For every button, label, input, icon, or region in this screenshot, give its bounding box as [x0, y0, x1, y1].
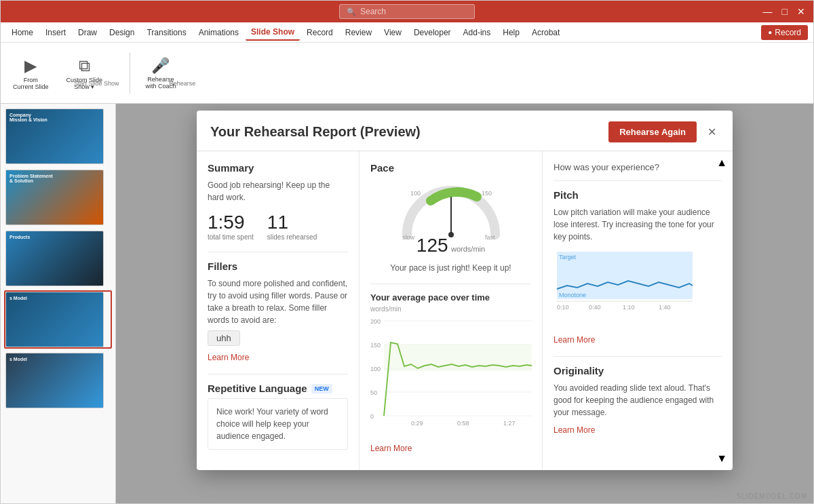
menu-draw[interactable]: Draw	[73, 25, 102, 40]
originality-description: You avoided reading slide text aloud. Th…	[554, 382, 722, 419]
pace-value: 125	[416, 235, 448, 256]
menu-developer[interactable]: Developer	[408, 25, 457, 40]
menu-slideshow[interactable]: Slide Show	[246, 24, 300, 41]
avg-pace-title: Your average pace over time	[370, 292, 531, 303]
slide-thumb-3[interactable]: 3 Products	[4, 229, 112, 288]
menu-design[interactable]: Design	[104, 25, 140, 40]
close-btn[interactable]: ✕	[794, 6, 808, 17]
total-time-stat: 1:59 total time spent	[208, 212, 254, 241]
scroll-down-btn[interactable]: ▼	[716, 452, 727, 465]
slide-thumb-5[interactable]: 5 s Model	[4, 351, 112, 410]
summary-title: Summary	[208, 162, 348, 174]
menu-view[interactable]: View	[379, 25, 407, 40]
pace-message: Your pace is just right! Keep it up!	[370, 263, 531, 273]
modal-overlay: Your Rehearsal Report (Preview) Rehearse…	[116, 104, 813, 503]
slide-thumb-4[interactable]: 4 s Model	[4, 290, 112, 349]
svg-text:200: 200	[370, 318, 381, 325]
new-badge: NEW	[311, 384, 332, 393]
menu-insert[interactable]: Insert	[40, 25, 71, 40]
menu-help[interactable]: Help	[497, 25, 525, 40]
menu-review[interactable]: Review	[340, 25, 377, 40]
svg-text:0:40: 0:40	[589, 304, 601, 311]
main-area: 1 CompanyMission & Vision 2 Problem Stat…	[1, 104, 813, 503]
svg-text:50: 50	[370, 389, 377, 396]
divider-3	[370, 284, 531, 284]
slide-panel: 1 CompanyMission & Vision 2 Problem Stat…	[1, 104, 116, 503]
svg-text:100: 100	[370, 366, 381, 372]
record-button[interactable]: ● Record	[761, 25, 808, 40]
pitch-learn-more[interactable]: Learn More	[554, 335, 595, 345]
pace-title: Pace	[370, 162, 531, 174]
svg-text:0: 0	[370, 413, 374, 420]
originality-learn-more[interactable]: Learn More	[554, 425, 595, 435]
modal-left-column: Summary Good job rehearsing! Keep up the…	[197, 151, 360, 470]
modal-right-column: ▲ How was your experience? Pitch Low pit…	[543, 151, 733, 470]
repetitive-title: Repetitive Language	[208, 383, 307, 394]
slide-thumb-2[interactable]: 2 Problem Statement& Solution	[4, 168, 112, 227]
divider-5	[554, 356, 722, 357]
menu-transitions[interactable]: Transitions	[141, 25, 191, 40]
pitch-chart-svg: Target Monotone 0:10	[554, 248, 696, 323]
canvas-area: Your Rehearsal Report (Preview) Rehearse…	[116, 104, 813, 503]
slide-3-preview: Products	[5, 231, 104, 286]
svg-text:Target: Target	[559, 254, 577, 260]
summary-stats: 1:59 total time spent 11 slides rehearse…	[208, 212, 348, 241]
slide-2-preview: Problem Statement& Solution	[5, 170, 104, 225]
svg-text:0:29: 0:29	[411, 420, 423, 427]
fillers-title: Fillers	[208, 260, 348, 272]
menu-record[interactable]: Record	[301, 25, 338, 40]
from-current-label: FromCurrent Slide	[13, 77, 49, 90]
pace-gauge: slow fast 100 150 125 words/min	[370, 180, 531, 256]
menu-acrobat[interactable]: Acrobat	[526, 25, 565, 40]
divider-1	[208, 252, 348, 252]
scroll-up-btn[interactable]: ▲	[716, 157, 727, 169]
search-icon: 🔍	[347, 7, 356, 16]
menu-addins[interactable]: Add-ins	[458, 25, 497, 40]
modal-middle-column: Pace	[360, 151, 543, 470]
modal-body: Summary Good job rehearsing! Keep up the…	[197, 151, 733, 470]
minimize-btn[interactable]: —	[760, 6, 775, 17]
avg-pace-section: Your average pace over time words/min 20…	[370, 292, 531, 454]
svg-rect-13	[384, 345, 532, 371]
menu-animations[interactable]: Animations	[193, 25, 244, 40]
avg-pace-learn-more[interactable]: Learn More	[370, 444, 412, 453]
ribbon-custom-show[interactable]: ⧉ Custom SlideShow ▾	[61, 54, 109, 93]
svg-text:fast: fast	[485, 234, 495, 241]
modal-header-right: Rehearse Again ✕	[608, 121, 719, 142]
repetitive-card: Nice work! Your variety of word choice w…	[208, 398, 348, 450]
pace-gauge-svg: slow fast 100 150	[397, 180, 505, 241]
svg-text:150: 150	[482, 190, 492, 197]
pitch-section: Pitch Low pitch variation will make your…	[554, 189, 722, 345]
start-slideshow-label: Start Slide Show	[74, 80, 119, 87]
originality-section: Originality You avoided reading slide te…	[554, 365, 722, 435]
svg-text:1:40: 1:40	[659, 304, 671, 311]
slide-1-preview: CompanyMission & Vision	[5, 109, 104, 164]
fillers-learn-more[interactable]: Learn More	[208, 353, 249, 362]
title-bar-controls: — □ ✕	[760, 6, 808, 17]
slides-rehearsed-stat: 11 slides rehearsed	[267, 212, 317, 241]
ribbon-separator-1	[130, 53, 130, 94]
avg-pace-chart: 200 150 100 50 0	[370, 315, 533, 434]
rehearsal-report-modal: Your Rehearsal Report (Preview) Rehearse…	[197, 111, 733, 470]
slides-rehearsed-label: slides rehearsed	[267, 233, 317, 241]
svg-text:1:10: 1:10	[623, 304, 635, 311]
svg-text:1:27: 1:27	[503, 420, 516, 427]
maximize-btn[interactable]: □	[779, 6, 790, 17]
search-input[interactable]	[360, 7, 462, 16]
svg-text:0:10: 0:10	[557, 304, 569, 311]
rehearse-coach-icon: 🎤	[151, 57, 170, 75]
search-bar[interactable]: 🔍	[339, 4, 475, 19]
menu-home[interactable]: Home	[6, 25, 39, 40]
ribbon-from-current[interactable]: ▶ FromCurrent Slide	[7, 54, 54, 93]
experience-question: How was your experience?	[554, 162, 722, 172]
originality-title: Originality	[554, 365, 722, 376]
ribbon: ▶ FromCurrent Slide ⧉ Custom SlideShow ▾…	[1, 43, 813, 104]
avg-pace-ylabel: words/min	[370, 305, 531, 313]
slide-4-preview: s Model	[5, 292, 104, 347]
pitch-chart-container: Target Monotone 0:10	[554, 248, 722, 323]
modal-close-button[interactable]: ✕	[705, 123, 719, 141]
slides-rehearsed-value: 11	[267, 212, 317, 233]
slide-5-preview: s Model	[5, 353, 104, 408]
slide-thumb-1[interactable]: 1 CompanyMission & Vision	[4, 107, 112, 166]
rehearse-again-button[interactable]: Rehearse Again	[608, 121, 697, 142]
